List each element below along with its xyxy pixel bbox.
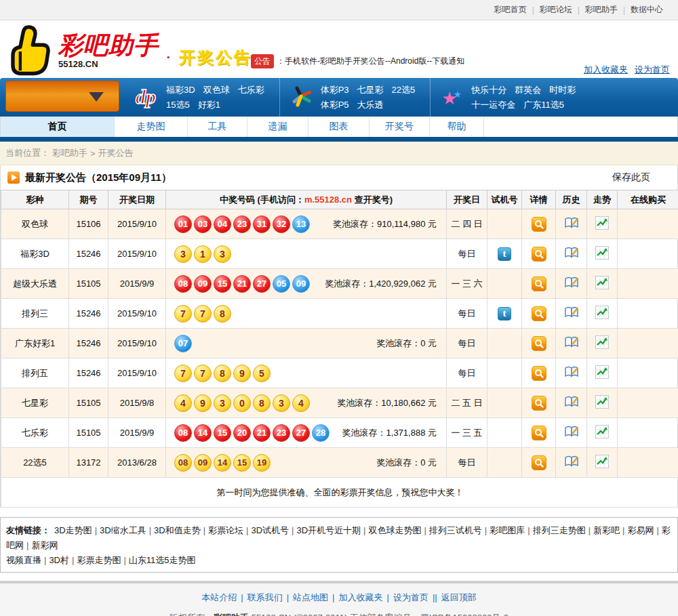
nav-lottery-link[interactable]: 七乐彩 (238, 85, 264, 95)
nav-lottery-link[interactable]: 福彩3D (166, 85, 195, 95)
trend-chart-icon[interactable] (595, 455, 609, 468)
header-quick-link[interactable]: 加入收藏夹 (584, 64, 628, 75)
trend-chart-icon[interactable] (595, 425, 609, 438)
breadcrumb-site[interactable]: 彩吧助手 (52, 147, 87, 159)
friend-link[interactable]: 3D走势图 (54, 525, 92, 535)
buy-online-cell (618, 209, 678, 239)
detail-magnifier-icon[interactable] (532, 276, 546, 291)
nav-lottery-link[interactable]: 快乐十分 (471, 85, 506, 95)
trend-chart-icon[interactable] (595, 395, 609, 409)
footer-link[interactable]: 联系我们 (247, 592, 283, 602)
trend-chart-icon[interactable] (595, 365, 609, 379)
history-book-icon[interactable] (564, 306, 579, 319)
friend-link[interactable]: 排列三走势图 (533, 525, 586, 535)
save-page-link[interactable]: 保存此页 (612, 171, 650, 184)
detail-cell (522, 239, 556, 269)
footer-link[interactable]: 本站介绍 (201, 592, 237, 602)
nav-lottery-link[interactable]: 七星彩 (357, 85, 384, 95)
topbar: 彩吧首页|彩吧论坛|彩吧助手|数据中心 (0, 0, 678, 20)
friend-link[interactable]: 彩吧图库 (490, 525, 525, 535)
trend-cell (587, 239, 618, 269)
topbar-link[interactable]: 数据中心 (631, 4, 663, 16)
detail-magnifier-icon[interactable] (532, 426, 546, 440)
lottery-ball: 7 (174, 365, 192, 382)
friend-link[interactable]: 彩票走势图 (77, 555, 121, 565)
nav-lottery-link[interactable]: 体彩P3 (321, 85, 349, 95)
nav-lottery-link[interactable]: 广东11选5 (523, 100, 564, 110)
history-book-icon[interactable] (564, 425, 579, 438)
history-book-icon[interactable] (564, 365, 579, 379)
menu-item-2[interactable]: 工具 (188, 117, 247, 137)
menu-item-6[interactable]: 帮助 (430, 117, 484, 137)
friend-link[interactable]: 3D试机号 (251, 525, 289, 535)
content-box: 最新开奖公告（2015年09月11） 保存此页 彩种期号开奖日期中奖号码 (手机… (0, 165, 678, 508)
nav-lottery-link[interactable]: 22选5 (392, 85, 416, 95)
detail-magnifier-icon[interactable] (532, 306, 546, 321)
menu-item-1[interactable]: 走势图 (115, 117, 188, 137)
history-book-icon[interactable] (564, 276, 579, 289)
detail-magnifier-icon[interactable] (532, 396, 546, 411)
friend-link[interactable]: 3D缩水工具 (100, 525, 146, 535)
topbar-link[interactable]: 彩吧助手 (585, 4, 618, 16)
detail-magnifier-icon[interactable] (532, 455, 546, 470)
history-cell (556, 418, 587, 448)
lottery-dropdown-button[interactable] (5, 81, 119, 112)
friend-link[interactable]: 双色球走势图 (368, 525, 421, 535)
history-book-icon[interactable] (564, 395, 579, 409)
friend-link[interactable]: 山东11选5走势图 (129, 555, 196, 565)
history-book-icon[interactable] (564, 335, 579, 349)
footer-link[interactable]: 加入收藏夹 (339, 592, 383, 602)
friend-link[interactable]: 彩票论坛 (208, 525, 243, 535)
nav-lottery-link[interactable]: 十一运夺金 (471, 100, 515, 110)
announcement-text[interactable]: ：手机软件-彩吧助手开奖公告--Android版--下载通知 (277, 56, 464, 67)
menu-item-4[interactable]: 图表 (308, 117, 370, 137)
lottery-ball: 31 (253, 215, 271, 233)
trend-chart-icon[interactable] (595, 246, 609, 260)
shiji-icon[interactable]: t (498, 247, 511, 261)
trend-chart-icon[interactable] (595, 276, 609, 289)
menu-item-5[interactable]: 开奖号 (370, 117, 430, 137)
col-header-7: 历史 (556, 190, 587, 209)
friend-link[interactable]: 3D村 (49, 555, 69, 565)
nav-lottery-link[interactable]: 好彩1 (198, 100, 220, 110)
history-book-icon[interactable] (564, 246, 579, 260)
site-logo[interactable]: 彩吧助手 55128.CN ・ 开奖公告 (0, 20, 252, 78)
friend-link[interactable]: 3D和值走势 (154, 525, 201, 535)
topbar-link[interactable]: 彩吧论坛 (540, 4, 572, 16)
jackpot-amount: 奖池滚存：0 元 (376, 337, 439, 350)
menu-item-0[interactable]: 首页 (1, 117, 115, 137)
footer-link[interactable]: 站点地图 (293, 592, 328, 602)
nav-lottery-link[interactable]: 体彩P5 (321, 100, 349, 110)
issue-number: 15246 (69, 299, 108, 329)
friend-link[interactable]: 新彩吧 (593, 525, 620, 535)
header-quick-link[interactable]: 设为首页 (635, 64, 670, 75)
friend-link[interactable]: 新彩网 (31, 540, 58, 550)
nav-lottery-link[interactable]: 双色球 (203, 85, 230, 95)
lottery-ball: 05 (273, 275, 290, 293)
trend-chart-icon[interactable] (595, 335, 609, 349)
friend-link[interactable]: 视频直播 (6, 555, 41, 565)
trend-chart-icon[interactable] (595, 306, 609, 319)
shiji-icon[interactable]: t (498, 307, 511, 321)
lottery-ball: 19 (253, 454, 271, 472)
history-book-icon[interactable] (564, 455, 579, 468)
trend-chart-icon[interactable] (595, 216, 609, 230)
back-to-top-link[interactable]: 返回顶部 (441, 592, 477, 602)
detail-magnifier-icon[interactable] (532, 217, 546, 232)
friend-link[interactable]: 排列三试机号 (429, 525, 482, 535)
nav-lottery-link[interactable]: 群英会 (515, 85, 541, 95)
detail-magnifier-icon[interactable] (532, 336, 546, 351)
nav-lottery-link[interactable]: 大乐透 (357, 100, 384, 110)
lottery-ball: 8 (214, 305, 231, 323)
menu-item-3[interactable]: 遗漏 (247, 117, 308, 137)
friend-link[interactable]: 彩易网 (627, 525, 654, 535)
friend-link-separator: | (363, 525, 365, 535)
friend-link[interactable]: 3D开机号近十期 (296, 525, 361, 535)
history-book-icon[interactable] (564, 216, 579, 230)
detail-magnifier-icon[interactable] (532, 366, 546, 381)
footer-link[interactable]: 设为首页 (393, 592, 428, 602)
nav-lottery-link[interactable]: 时时彩 (549, 85, 576, 95)
topbar-link[interactable]: 彩吧首页 (494, 4, 527, 16)
detail-magnifier-icon[interactable] (532, 247, 546, 262)
nav-lottery-link[interactable]: 15选5 (166, 100, 190, 110)
